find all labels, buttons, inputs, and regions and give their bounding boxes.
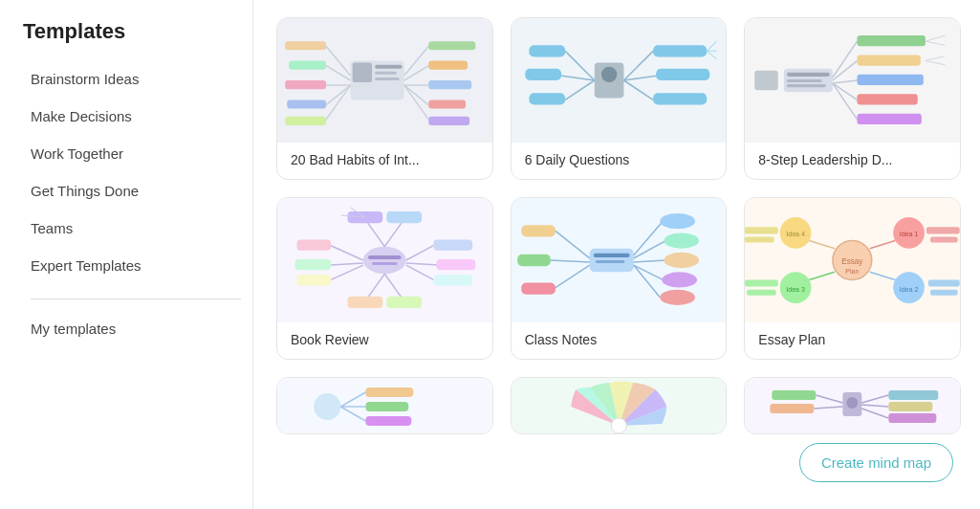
svg-line-32	[565, 80, 595, 100]
svg-rect-67	[386, 211, 422, 223]
svg-rect-85	[433, 275, 472, 285]
svg-rect-37	[525, 69, 561, 80]
sidebar-divider	[31, 299, 241, 299]
svg-rect-36	[529, 45, 565, 56]
svg-rect-84	[436, 259, 475, 270]
svg-line-144	[817, 395, 843, 403]
template-label-daily-questions: 6 Daily Questions	[512, 143, 727, 179]
svg-rect-92	[521, 225, 555, 236]
svg-rect-120	[745, 227, 778, 233]
svg-line-97	[633, 260, 665, 262]
svg-rect-23	[287, 100, 326, 108]
svg-rect-42	[755, 71, 779, 90]
template-card-class-notes[interactable]: Class Notes	[511, 197, 728, 360]
svg-line-6	[404, 66, 429, 80]
template-label-leadership: 8-Step Leadership D...	[745, 143, 960, 179]
svg-rect-55	[858, 94, 918, 104]
svg-line-64	[365, 219, 384, 247]
svg-rect-24	[285, 117, 326, 125]
svg-rect-62	[368, 255, 402, 259]
svg-line-75	[331, 263, 363, 265]
svg-line-49	[833, 80, 858, 83]
svg-line-29	[623, 80, 653, 100]
template-card-bad-habits[interactable]: 20 Bad Habits of Int...	[276, 17, 493, 180]
template-card-partial-2[interactable]	[511, 377, 728, 434]
svg-rect-44	[787, 73, 830, 77]
svg-line-138	[862, 395, 889, 403]
svg-rect-127	[747, 290, 776, 296]
svg-line-145	[815, 407, 843, 409]
svg-text:Idea 2: Idea 2	[900, 286, 919, 294]
template-preview-partial-1	[277, 378, 492, 434]
svg-line-59	[926, 55, 945, 60]
sidebar-item-make-decisions[interactable]: Make Decisions	[23, 99, 252, 134]
svg-line-16	[326, 66, 351, 80]
svg-line-80	[406, 246, 434, 260]
svg-point-102	[664, 253, 699, 268]
svg-rect-79	[296, 275, 331, 285]
svg-line-47	[833, 41, 858, 77]
svg-line-60	[926, 61, 945, 65]
svg-line-30	[565, 51, 595, 80]
svg-rect-2	[375, 65, 403, 69]
template-card-book-review[interactable]: Book Review	[276, 197, 493, 360]
svg-line-89	[555, 231, 590, 258]
svg-line-57	[926, 35, 945, 41]
svg-rect-125	[930, 290, 958, 296]
template-card-daily-questions[interactable]: 6 Daily Questions	[511, 17, 728, 180]
create-mind-map-button[interactable]: Create mind map	[799, 443, 953, 482]
svg-rect-146	[773, 390, 817, 400]
svg-point-128	[314, 393, 340, 420]
template-label-bad-habits: 20 Bad Habits of Int...	[277, 143, 492, 179]
svg-line-76	[331, 265, 363, 279]
svg-rect-45	[787, 79, 822, 82]
svg-line-140	[862, 409, 889, 418]
template-preview-partial-3	[745, 378, 960, 434]
svg-line-58	[926, 41, 945, 45]
template-preview-class-notes	[512, 198, 727, 322]
svg-rect-20	[285, 41, 326, 50]
sidebar-item-work-together[interactable]: Work Together	[23, 136, 252, 171]
svg-line-98	[633, 265, 663, 279]
svg-rect-134	[365, 416, 411, 426]
sidebar-item-teams[interactable]: Teams	[23, 210, 252, 246]
svg-rect-21	[289, 61, 326, 70]
svg-line-5	[404, 46, 429, 76]
svg-line-15	[326, 46, 351, 76]
svg-rect-126	[745, 279, 778, 286]
svg-rect-13	[428, 100, 466, 108]
svg-rect-141	[889, 390, 939, 400]
template-card-leadership[interactable]: 8-Step Leadership D...	[744, 17, 961, 180]
svg-line-118	[870, 272, 896, 279]
svg-line-81	[406, 263, 439, 265]
svg-rect-34	[656, 69, 709, 80]
template-label-book-review: Book Review	[277, 322, 492, 359]
sidebar-item-brainstorm[interactable]: Brainstorm Ideas	[23, 61, 252, 97]
svg-rect-14	[428, 117, 469, 125]
template-card-partial-3[interactable]	[744, 377, 961, 434]
svg-line-139	[862, 405, 889, 407]
template-preview-partial-2	[512, 378, 727, 434]
templates-grid: 20 Bad Habits of Int...	[276, 17, 961, 434]
svg-rect-12	[428, 80, 471, 89]
svg-rect-72	[348, 297, 383, 308]
template-card-essay-plan[interactable]: Essay Plan Idea 4 Idea 1 Idea 2 Idea 3	[744, 197, 961, 360]
svg-rect-83	[433, 240, 472, 251]
svg-point-135	[611, 418, 626, 433]
svg-rect-3	[375, 72, 396, 75]
svg-line-131	[340, 407, 365, 421]
template-preview-bad-habits	[277, 18, 492, 143]
svg-point-104	[660, 290, 695, 305]
svg-rect-46	[787, 84, 826, 87]
svg-line-65	[384, 219, 403, 247]
template-card-partial-1[interactable]	[276, 377, 493, 434]
sidebar: Templates Brainstorm Ideas Make Decision…	[0, 0, 253, 509]
sidebar-my-templates[interactable]: My templates	[23, 313, 252, 344]
sidebar-item-get-things-done[interactable]: Get Things Done	[23, 173, 252, 209]
template-label-class-notes: Class Notes	[512, 322, 727, 359]
sidebar-item-expert-templates[interactable]: Expert Templates	[23, 248, 252, 283]
sidebar-title: Templates	[23, 19, 252, 44]
svg-line-99	[633, 265, 660, 298]
svg-rect-87	[593, 254, 629, 257]
svg-line-119	[810, 272, 836, 279]
